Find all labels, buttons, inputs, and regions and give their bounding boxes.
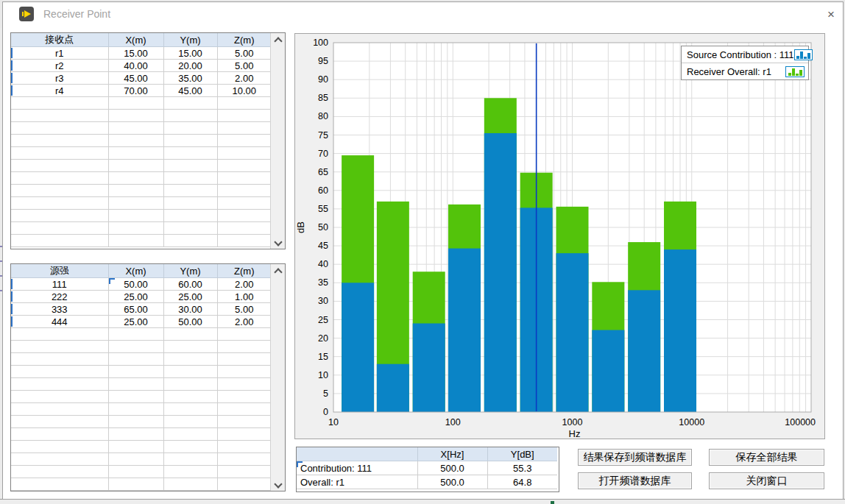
table-cell[interactable]: 5.00 xyxy=(217,47,271,60)
table-row: r345.0035.002.00 xyxy=(11,72,271,85)
save-results-to-spectrum-db-button[interactable]: 结果保存到频谱数据库 xyxy=(578,449,692,466)
table-cell[interactable]: 25.00 xyxy=(163,291,217,303)
table-cell xyxy=(108,197,163,210)
table-row: r470.0045.0010.00 xyxy=(11,85,271,97)
table-row: 11150.0060.002.00 xyxy=(11,278,271,291)
close-window-button[interactable]: 关闭窗口 xyxy=(709,472,824,489)
open-spectrum-db-button[interactable]: 打开频谱数据库 xyxy=(578,472,692,489)
table-cell[interactable]: 10.00 xyxy=(217,85,271,97)
table-cell xyxy=(11,210,108,222)
table-cell xyxy=(217,197,271,210)
chart-legend[interactable]: Source Contribution : 111Receiver Overal… xyxy=(681,46,809,80)
table-cell[interactable]: 500.0 xyxy=(417,461,487,475)
table-cell xyxy=(108,172,163,185)
y-tick-label: 50 xyxy=(318,222,328,233)
source-table-scrollbar[interactable] xyxy=(270,264,285,491)
table-cell[interactable]: 1.00 xyxy=(217,291,271,303)
receiver-table: 接收点X(m)Y(m)Z(m)r115.0015.005.00r240.0020… xyxy=(11,33,271,247)
table-row-empty xyxy=(11,222,271,235)
y-tick-label: 100 xyxy=(313,38,328,48)
table-cell[interactable]: 40.00 xyxy=(108,60,163,72)
table-cell[interactable]: r3 xyxy=(11,72,108,85)
table-cell[interactable]: Overall: r1 xyxy=(297,475,417,489)
table-cell[interactable]: 222 xyxy=(11,291,108,303)
table-cell[interactable]: 333 xyxy=(11,303,108,316)
table-cell xyxy=(11,172,108,185)
legend-entry[interactable]: Receiver Overall: r1 xyxy=(682,63,808,79)
table-cell xyxy=(163,366,217,378)
table-cell[interactable]: 111 xyxy=(11,278,108,291)
table-cell xyxy=(108,366,163,378)
table-cell xyxy=(11,366,108,378)
table-cell[interactable]: 50.00 xyxy=(163,316,217,328)
table-cell[interactable]: 20.00 xyxy=(163,60,217,72)
table-cell xyxy=(11,135,108,147)
table-row: 44425.0050.002.00 xyxy=(11,316,271,328)
x-tick-label: 100 xyxy=(445,417,461,427)
table-cell[interactable]: 60.00 xyxy=(163,278,217,291)
scroll-down-icon[interactable] xyxy=(271,478,285,491)
table-cell[interactable]: r1 xyxy=(11,47,108,60)
y-tick-label: 20 xyxy=(318,333,328,344)
table-row: r115.0015.005.00 xyxy=(11,47,271,60)
table-cell[interactable]: 64.8 xyxy=(487,475,557,489)
table-cell[interactable]: 5.00 xyxy=(217,60,271,72)
table-cell xyxy=(217,147,271,160)
window-close-icon[interactable]: × xyxy=(817,5,845,25)
table-cell[interactable]: 65.00 xyxy=(108,303,163,316)
table-cell[interactable]: 50.00 xyxy=(108,278,163,291)
table-cell xyxy=(108,441,163,453)
receiver-table-scrollbar[interactable] xyxy=(270,33,285,249)
table-cell[interactable]: 15.00 xyxy=(163,47,217,60)
table-cell xyxy=(108,235,163,247)
table-cell[interactable]: 45.00 xyxy=(163,85,217,97)
table-cell[interactable]: 45.00 xyxy=(108,72,163,85)
table-row-empty xyxy=(11,366,271,378)
table-cell xyxy=(11,403,108,416)
table-cell xyxy=(108,353,163,366)
scroll-up-icon[interactable] xyxy=(271,264,285,277)
column-header: Y(m) xyxy=(163,33,217,47)
table-cell xyxy=(108,122,163,135)
table-cell[interactable]: 2.00 xyxy=(217,72,271,85)
table-cell xyxy=(163,97,217,110)
legend-entry[interactable]: Source Contribution : 111 xyxy=(682,46,808,63)
table-row: r240.0020.005.00 xyxy=(11,60,271,72)
table-cell xyxy=(217,235,271,247)
table-cell[interactable]: Contribution: 111 xyxy=(297,461,417,475)
table-cell[interactable]: 30.00 xyxy=(163,303,217,316)
table-cell[interactable]: 25.00 xyxy=(108,291,163,303)
table-cell[interactable]: 35.00 xyxy=(163,72,217,85)
table-cell xyxy=(163,441,217,453)
table-cell[interactable]: 70.00 xyxy=(108,85,163,97)
table-cell xyxy=(163,403,217,416)
table-cell[interactable]: 2.00 xyxy=(217,278,271,291)
table-cell[interactable]: 2.00 xyxy=(217,316,271,328)
scroll-up-icon[interactable] xyxy=(271,33,285,46)
y-tick-label: 55 xyxy=(318,204,328,214)
save-all-results-button[interactable]: 保存全部结果 xyxy=(709,449,824,466)
table-cell[interactable]: 15.00 xyxy=(108,47,163,60)
table-cell xyxy=(163,160,217,172)
table-cell[interactable]: r4 xyxy=(11,85,108,97)
y-tick-label: 45 xyxy=(318,241,328,251)
table-cell xyxy=(108,185,163,197)
table-row: 33365.0030.005.00 xyxy=(11,303,271,316)
table-cell[interactable]: 5.00 xyxy=(217,303,271,316)
table-cell xyxy=(217,403,271,416)
table-cell xyxy=(108,110,163,122)
table-cell[interactable]: 25.00 xyxy=(108,316,163,328)
table-cell[interactable]: r2 xyxy=(11,60,108,72)
cursor-readout-table: X[Hz]Y[dB]Contribution: 111500.055.3Over… xyxy=(297,447,557,489)
table-cell[interactable]: 55.3 xyxy=(487,461,557,475)
receiver-table-panel: 接收点X(m)Y(m)Z(m)r115.0015.005.00r240.0020… xyxy=(10,32,286,249)
table-cell[interactable]: 500.0 xyxy=(417,475,487,489)
table-cell xyxy=(11,441,108,453)
bar-contribution xyxy=(377,364,409,412)
y-tick-label: 70 xyxy=(318,149,328,159)
table-cell xyxy=(217,378,271,391)
scroll-down-icon[interactable] xyxy=(271,236,285,249)
y-axis-label: dB xyxy=(295,221,306,233)
table-cell[interactable]: 444 xyxy=(11,316,108,328)
table-cell xyxy=(11,478,108,491)
